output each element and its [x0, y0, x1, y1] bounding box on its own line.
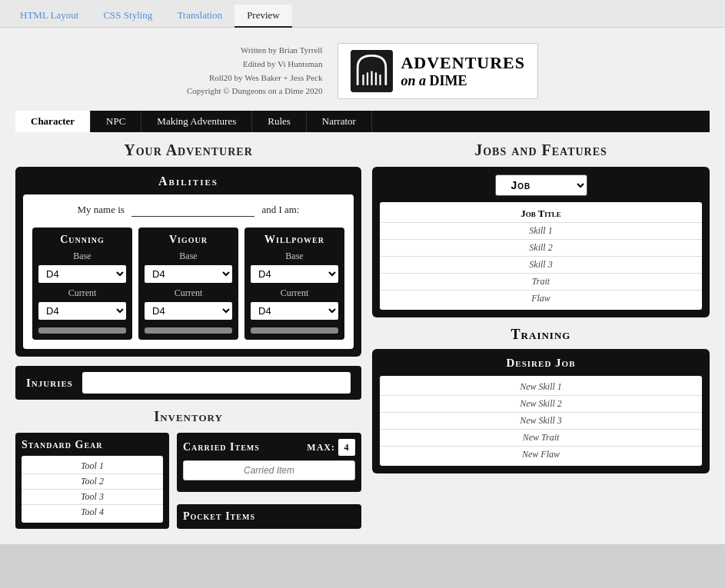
tab-bar: HTML Layout CSS Styling Translation Prev… [0, 0, 725, 28]
abilities-panel: Abilities My name is and I am: Cunning B… [15, 167, 361, 357]
logo-text: ADVENTURES on a DIME [401, 53, 525, 90]
job-select[interactable]: Job [495, 174, 587, 196]
new-skill-3: New Skill 3 [380, 413, 702, 430]
cunning-current-select[interactable]: D4D6D8D10D12 [38, 302, 126, 320]
nav-making-adventures[interactable]: Making Adventures [141, 111, 252, 132]
new-skill-2: New Skill 2 [380, 396, 702, 413]
stat-cunning: Cunning Base D4D6D8D10D12 Current D4D6D8… [32, 228, 132, 340]
vigour-bar [145, 327, 232, 334]
right-column: Jobs and Features Job Job Title Skill 1 … [372, 141, 710, 529]
pocket-items-panel: Pocket Items [177, 504, 361, 529]
cunning-label: Cunning [38, 234, 126, 246]
nav-narrator[interactable]: Narrator [307, 111, 372, 132]
abilities-title: Abilities [23, 174, 354, 188]
standard-gear-list: Tool 1 Tool 2 Tool 3 Tool 4 [22, 456, 163, 523]
job-skill2: Skill 2 [380, 240, 702, 257]
training-title: Training [372, 327, 710, 343]
max-label: MAX: [307, 442, 335, 453]
cunning-base-select[interactable]: D4D6D8D10D12 [38, 265, 126, 283]
job-flaw: Flaw [380, 291, 702, 307]
tab-translation[interactable]: Translation [165, 5, 234, 28]
job-trait: Trait [380, 274, 702, 291]
willpower-current-label: Current [251, 287, 338, 299]
main-content: Written by Brian Tyrrell Edited by Vi Hu… [0, 28, 725, 544]
new-trait: New Trait [380, 430, 702, 447]
stats-row: Cunning Base D4D6D8D10D12 Current D4D6D8… [32, 228, 344, 340]
job-select-row: Job [380, 174, 702, 196]
carried-items-panel: Carried Items MAX: 4 [177, 433, 361, 492]
nav-rules[interactable]: Rules [252, 111, 307, 132]
name-input-line [131, 204, 254, 217]
header-section: Written by Brian Tyrrell Edited by Vi Hu… [15, 35, 710, 111]
job-title-row: Job Title [380, 205, 702, 223]
your-adventurer-title: Your Adventurer [15, 141, 361, 159]
new-flaw: New Flaw [380, 447, 702, 463]
vigour-label: Vigour [145, 234, 232, 246]
gear-tool-3: Tool 3 [22, 490, 163, 505]
standard-gear-panel: Standard Gear Tool 1 Tool 2 Tool 3 Tool … [15, 433, 169, 529]
vigour-base-label: Base [145, 251, 232, 262]
job-info: Job Title Skill 1 Skill 2 Skill 3 Trait … [380, 202, 702, 310]
left-column: Your Adventurer Abilities My name is and… [15, 141, 361, 529]
cunning-base-label: Base [38, 251, 126, 262]
jobs-panel: Job Job Title Skill 1 Skill 2 Skill 3 Tr… [372, 167, 710, 317]
credit-line-1: Written by Brian Tyrrell [187, 44, 322, 58]
willpower-current-select[interactable]: D4D6D8D10D12 [251, 302, 338, 320]
desired-job-list: New Skill 1 New Skill 2 New Skill 3 New … [380, 376, 702, 466]
tab-preview[interactable]: Preview [234, 5, 292, 28]
credit-line-4: Copyright © Dungeons on a Dime 2020 [187, 85, 322, 98]
carried-items-header: Carried Items MAX: 4 [183, 439, 355, 456]
cunning-bar [38, 327, 126, 334]
pocket-items-title: Pocket Items [183, 510, 355, 523]
my-name-row: My name is and I am: [32, 204, 344, 217]
willpower-bar [251, 327, 338, 334]
nav-npc[interactable]: NPC [91, 111, 141, 132]
job-skill1: Skill 1 [380, 223, 702, 240]
tab-html-layout[interactable]: HTML Layout [8, 5, 91, 28]
willpower-base-select[interactable]: D4D6D8D10D12 [251, 265, 338, 283]
max-value: 4 [338, 439, 355, 456]
logo-icon [351, 50, 393, 92]
vigour-base-select[interactable]: D4D6D8D10D12 [145, 265, 232, 283]
max-badge: MAX: 4 [307, 439, 355, 456]
vigour-current-label: Current [145, 287, 232, 299]
new-skill-1: New Skill 1 [380, 379, 702, 396]
jobs-features-title: Jobs and Features [372, 141, 710, 159]
injuries-input[interactable] [82, 372, 351, 394]
nav-bar: Character NPC Making Adventures Rules Na… [15, 111, 710, 132]
stat-willpower: Willpower Base D4D6D8D10D12 Current D4D6… [244, 228, 344, 340]
two-col-layout: Your Adventurer Abilities My name is and… [15, 141, 710, 529]
cunning-current-label: Current [38, 287, 126, 299]
gear-tool-4: Tool 4 [22, 505, 163, 520]
tab-css-styling[interactable]: CSS Styling [91, 5, 165, 28]
my-name-prefix: My name is [78, 204, 125, 215]
nav-character[interactable]: Character [15, 111, 91, 132]
credit-line-2: Edited by Vi Huntsman [187, 58, 322, 71]
willpower-label: Willpower [251, 234, 338, 246]
standard-gear-title: Standard Gear [22, 439, 163, 451]
carried-item-input[interactable] [183, 460, 355, 480]
injuries-label: Injuries [26, 377, 73, 390]
my-name-suffix: and I am: [261, 204, 299, 215]
stat-vigour: Vigour Base D4D6D8D10D12 Current D4D6D8D… [138, 228, 238, 340]
gear-tool-2: Tool 2 [22, 474, 163, 490]
job-skill3: Skill 3 [380, 257, 702, 274]
desired-job-panel: Desired Job New Skill 1 New Skill 2 New … [372, 349, 710, 473]
credit-line-3: Roll20 by Wes Baker + Jess Peck [187, 71, 322, 85]
carried-items-label: Carried Items [183, 441, 260, 453]
header-logo: ADVENTURES on a DIME [338, 43, 538, 99]
willpower-base-label: Base [251, 251, 338, 262]
vigour-current-select[interactable]: D4D6D8D10D12 [145, 302, 232, 320]
abilities-inner: My name is and I am: Cunning Base D4D6D8… [23, 194, 354, 349]
desired-job-title: Desired Job [380, 357, 702, 370]
injuries-row: Injuries [15, 366, 361, 400]
inventory-title: Inventory [15, 409, 361, 425]
inventory-row: Standard Gear Tool 1 Tool 2 Tool 3 Tool … [15, 433, 361, 529]
gear-tool-1: Tool 1 [22, 459, 163, 474]
header-credits: Written by Brian Tyrrell Edited by Vi Hu… [187, 44, 322, 98]
